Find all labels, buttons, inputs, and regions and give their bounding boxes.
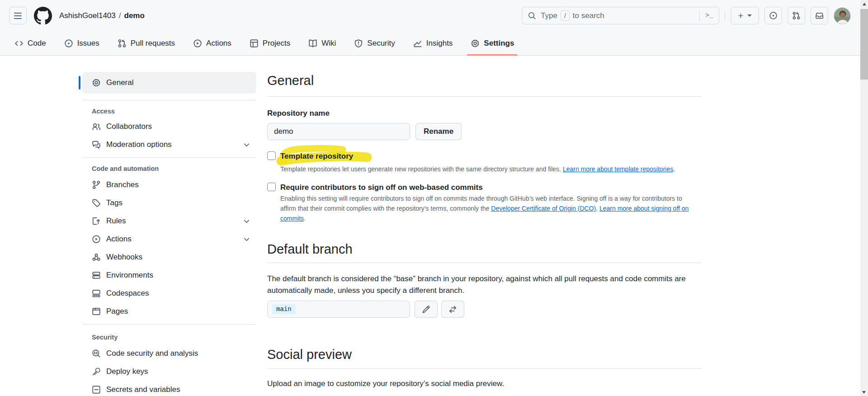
people-icon — [92, 122, 101, 131]
sidebar-item-tags[interactable]: Tags — [82, 194, 256, 212]
table-icon — [250, 39, 259, 48]
sidebar-item-environments[interactable]: Environments — [82, 266, 256, 284]
global-search-input[interactable]: Type / to search >_ — [522, 7, 719, 24]
key-icon — [92, 367, 101, 376]
secrets-icon — [92, 385, 101, 394]
codescan-icon — [92, 349, 101, 358]
tab-issues[interactable]: Issues — [57, 31, 107, 55]
command-palette-icon[interactable]: >_ — [699, 11, 713, 21]
codespaces-icon — [92, 289, 101, 298]
rules-icon — [92, 217, 101, 226]
plus-icon: + — [738, 10, 743, 21]
breadcrumb-owner-link[interactable]: AshishGoel1403 — [59, 11, 116, 20]
browser-icon — [92, 307, 101, 316]
sidebar-item-moderation-options[interactable]: Moderation options — [82, 136, 256, 154]
avatar[interactable] — [834, 7, 851, 24]
template-learn-more-link[interactable]: Learn more about template repositories — [563, 165, 673, 173]
default-branch-title: Default branch — [267, 240, 701, 258]
scrollbar-thumb[interactable] — [860, 9, 868, 80]
tab-insights[interactable]: Insights — [406, 31, 460, 55]
sidebar-item-general[interactable]: General — [82, 72, 256, 94]
git-branch-icon — [92, 180, 101, 189]
play-icon — [92, 235, 101, 244]
sidebar-item-actions[interactable]: Actions — [82, 230, 256, 248]
sidebar-divider — [82, 100, 256, 100]
tab-actions[interactable]: Actions — [186, 31, 239, 55]
tab-wiki[interactable]: Wiki — [301, 31, 343, 55]
section-divider — [267, 263, 701, 263]
gear-icon — [92, 78, 101, 87]
sidebar-item-codespaces[interactable]: Codespaces — [82, 284, 256, 302]
play-icon — [193, 39, 202, 48]
pull-requests-dashboard-button[interactable] — [788, 7, 805, 24]
settings-main: General Repository name Rename Template … — [267, 72, 701, 390]
tab-security[interactable]: Security — [347, 31, 402, 55]
default-branch-field[interactable]: main — [267, 301, 410, 318]
rename-button[interactable]: Rename — [415, 123, 462, 140]
issues-dashboard-button[interactable] — [764, 7, 782, 24]
sidebar-item-rules[interactable]: Rules — [82, 212, 256, 230]
repository-name-input[interactable] — [267, 123, 410, 140]
section-divider — [267, 368, 701, 369]
switch-branch-button[interactable] — [441, 301, 464, 318]
shield-icon — [354, 39, 363, 48]
breadcrumb-repo-link[interactable]: demo — [124, 11, 145, 20]
hamburger-menu-button[interactable] — [9, 7, 27, 24]
inbox-icon — [815, 11, 824, 20]
sidebar-item-pages[interactable]: Pages — [82, 302, 256, 321]
social-preview-title: Social preview — [267, 346, 701, 363]
default-branch-description: The default branch is considered the “ba… — [267, 273, 701, 297]
sidebar-divider — [82, 157, 256, 158]
sidebar-item-collaborators[interactable]: Collaborators — [82, 118, 256, 136]
settings-sidebar: General Access Collaborators Moderation … — [82, 72, 256, 396]
create-new-button[interactable]: + — [731, 7, 759, 24]
breadcrumb-separator: / — [119, 11, 121, 20]
inbox-button[interactable] — [811, 7, 828, 24]
page-title: General — [267, 72, 701, 89]
arrow-down-icon — [862, 391, 866, 394]
header-actions: Type / to search >_ + — [522, 7, 851, 24]
tab-pull-requests[interactable]: Pull requests — [110, 31, 182, 55]
signoff-description: Enabling this setting will require contr… — [280, 193, 689, 223]
gear-icon — [471, 39, 480, 48]
repo-tab-bar: Code Issues Pull requests Actions Projec… — [0, 31, 868, 56]
chevron-down-icon — [242, 217, 251, 226]
header-divider — [725, 11, 725, 21]
signoff-checkbox[interactable] — [267, 183, 276, 191]
sidebar-item-secrets-variables[interactable]: Secrets and variables — [82, 381, 256, 396]
sidebar-section-code-automation: Code and automation — [82, 165, 256, 172]
sidebar-item-webhooks[interactable]: Webhooks — [82, 248, 256, 266]
issue-icon — [769, 11, 778, 20]
template-repository-description: Template repositories let users generate… — [280, 164, 696, 174]
sidebar-item-branches[interactable]: Branches — [82, 176, 256, 194]
template-repository-checkbox[interactable] — [267, 151, 276, 160]
arrow-up-icon — [863, 3, 866, 5]
dco-link[interactable]: Developer Certificate of Origin (DCO) — [491, 205, 596, 212]
sidebar-item-code-security[interactable]: Code security and analysis — [82, 344, 256, 363]
github-logo[interactable] — [34, 7, 52, 25]
arrow-switch-icon — [448, 305, 457, 314]
scrollbar-up-button[interactable] — [860, 0, 868, 8]
webhook-icon — [92, 253, 101, 262]
tab-projects[interactable]: Projects — [242, 31, 297, 55]
tag-icon — [92, 198, 101, 207]
repository-name-label: Repository name — [267, 109, 701, 118]
search-icon — [528, 11, 536, 20]
tab-code[interactable]: Code — [7, 31, 53, 55]
sidebar-item-deploy-keys[interactable]: Deploy keys — [82, 363, 256, 381]
slash-key-hint: / — [561, 10, 570, 21]
avatar-image — [834, 8, 851, 24]
pull-request-icon — [118, 39, 127, 48]
tab-settings[interactable]: Settings — [463, 31, 521, 55]
hamburger-icon — [14, 13, 22, 14]
scrollbar[interactable] — [860, 0, 868, 396]
search-placeholder: Type / to search — [541, 10, 604, 21]
pull-request-icon — [792, 11, 801, 20]
template-repository-label[interactable]: Template repository — [280, 151, 353, 161]
comment-discussion-icon — [92, 140, 101, 149]
chevron-down-icon — [242, 235, 251, 244]
signoff-label[interactable]: Require contributors to sign off on web-… — [280, 182, 483, 193]
breadcrumb: AshishGoel1403 / demo — [59, 11, 145, 20]
rename-branch-button[interactable] — [415, 301, 438, 318]
pencil-icon — [422, 305, 430, 314]
